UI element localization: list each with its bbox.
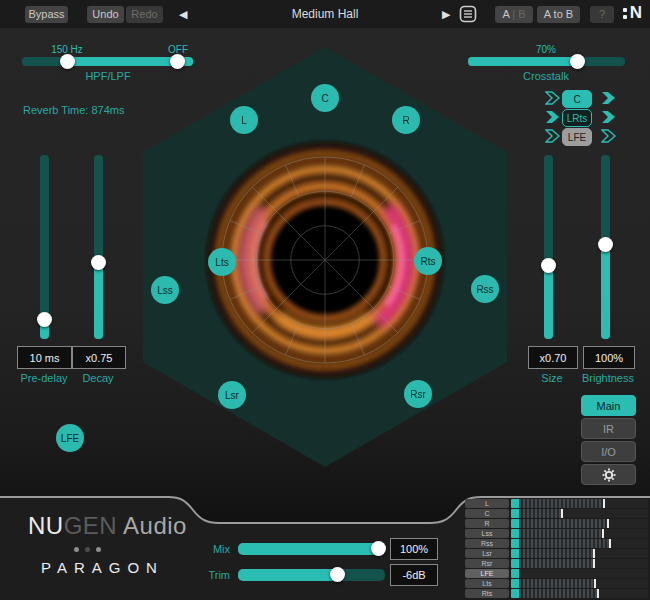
meter-input-block (511, 579, 519, 588)
bypass-button[interactable]: Bypass (25, 6, 68, 23)
help-button[interactable]: ? (590, 6, 614, 23)
node-rss[interactable]: Rss (471, 275, 499, 303)
meter-row: Lts (465, 579, 648, 588)
trim-slider[interactable] (238, 569, 385, 581)
meter-lit (519, 519, 607, 528)
meter-lit (519, 509, 561, 518)
meter-channel-label[interactable]: Lts (465, 579, 509, 588)
meter-row: R (465, 519, 648, 528)
crosstalk-lrts-right-chevron-icon[interactable] (601, 109, 617, 125)
titlebar: Bypass Undo Redo ◀ Medium Hall ▶ A | B A… (0, 0, 650, 28)
redo-button[interactable]: Redo (126, 6, 163, 23)
preset-list-icon[interactable] (459, 5, 477, 23)
ab-a-label: A (502, 8, 509, 20)
paragon-plugin-window: Bypass Undo Redo ◀ Medium Hall ▶ A | B A… (0, 0, 650, 600)
mix-slider[interactable] (238, 543, 385, 555)
nugen-logo-icon: N (623, 4, 642, 22)
meter-peak-tick (593, 549, 595, 558)
tab-io[interactable]: I/O (581, 441, 636, 462)
size-handle[interactable] (541, 258, 556, 273)
size-slider[interactable] (544, 155, 553, 339)
decay-value[interactable]: x0.75 (72, 346, 126, 369)
meter-row: LFE (465, 569, 648, 578)
mix-handle[interactable] (371, 541, 386, 556)
meter-bar (511, 579, 648, 588)
meter-channel-label[interactable]: LFE (465, 569, 509, 578)
brightness-handle[interactable] (598, 237, 613, 252)
meter-channel-label[interactable]: L (465, 499, 509, 508)
crosstalk-c-left-chevron-icon[interactable] (545, 90, 561, 106)
trim-handle[interactable] (330, 567, 345, 582)
crosstalk-c-right-chevron-icon[interactable] (601, 90, 617, 106)
meter-bar (511, 519, 648, 528)
node-lts[interactable]: Lts (208, 248, 236, 276)
decay-slider[interactable] (94, 155, 103, 339)
meter-channel-label[interactable]: Rsr (465, 559, 509, 568)
node-l[interactable]: L (230, 106, 258, 134)
tab-main[interactable]: Main (581, 395, 636, 416)
meter-row: L (465, 499, 648, 508)
node-lss[interactable]: Lss (151, 276, 179, 304)
meter-row: Rss (465, 539, 648, 548)
ab-toggle-button[interactable]: A | B (495, 6, 533, 23)
decay-handle[interactable] (91, 255, 106, 270)
pre-delay-handle[interactable] (37, 312, 52, 327)
crosstalk-slider[interactable] (468, 57, 625, 66)
meter-input-block (511, 529, 519, 538)
meter-lit (519, 559, 593, 568)
undo-button[interactable]: Undo (87, 6, 124, 23)
mix-label: Mix (185, 543, 230, 555)
tab-ir[interactable]: IR (581, 418, 636, 439)
crosstalk-lfe-left-chevron-icon[interactable] (545, 128, 561, 144)
mix-value[interactable]: 100% (390, 538, 438, 560)
crosstalk-lrts-left-chevron-icon[interactable] (545, 109, 561, 125)
gear-icon (602, 468, 616, 482)
node-lfe[interactable]: LFE (56, 424, 84, 452)
size-value[interactable]: x0.70 (528, 346, 578, 369)
a-to-b-button[interactable]: A to B (537, 6, 580, 23)
meter-input-block (511, 569, 519, 578)
hpf-handle[interactable] (60, 54, 75, 69)
pre-delay-value[interactable]: 10 ms (17, 346, 72, 369)
meter-bar (511, 569, 648, 578)
meter-bar (511, 529, 648, 538)
brightness-value[interactable]: 100% (583, 346, 635, 369)
meter-channel-label[interactable]: R (465, 519, 509, 528)
crosstalk-lrts-button[interactable]: LRts (562, 109, 592, 127)
crosstalk-handle[interactable] (570, 54, 585, 69)
meter-peak-tick (609, 539, 611, 548)
meter-input-block (511, 509, 519, 518)
node-lsr[interactable]: Lsr (218, 381, 246, 409)
node-rsr[interactable]: Rsr (404, 380, 432, 408)
crosstalk-lfe-button[interactable]: LFE (562, 128, 592, 146)
meter-input-block (511, 559, 519, 568)
meter-row: Rsr (465, 559, 648, 568)
preset-name[interactable]: Medium Hall (225, 7, 425, 21)
meter-lit (519, 529, 602, 538)
lpf-handle[interactable] (170, 54, 185, 69)
meter-peak-tick (602, 529, 604, 538)
crosstalk-lfe-right-chevron-icon[interactable] (601, 128, 617, 144)
meter-channel-label[interactable]: Rts (465, 589, 509, 598)
meter-bar (511, 509, 648, 518)
hpf-lpf-slider[interactable] (22, 57, 193, 66)
meter-channel-label[interactable]: Lss (465, 529, 509, 538)
settings-button[interactable] (581, 464, 636, 485)
meter-channel-label[interactable]: Lsr (465, 549, 509, 558)
meter-bar (511, 539, 648, 548)
nugen-audio-logo: NUGEN Audio (28, 512, 187, 540)
meter-channel-label[interactable]: Rss (465, 539, 509, 548)
node-r[interactable]: R (392, 106, 420, 134)
next-preset-icon[interactable]: ▶ (442, 7, 450, 21)
logo-dots-icon (74, 547, 101, 552)
crosstalk-c-button[interactable]: C (562, 90, 592, 108)
node-rts[interactable]: Rts (414, 247, 442, 275)
trim-value[interactable]: -6dB (390, 564, 438, 586)
ab-separator: | (512, 8, 515, 20)
meter-input-block (511, 519, 519, 528)
node-c[interactable]: C (311, 84, 339, 112)
meter-channel-label[interactable]: C (465, 509, 509, 518)
prev-preset-icon[interactable]: ◀ (179, 7, 187, 21)
meter-lit (519, 499, 603, 508)
meter-peak-tick (594, 579, 596, 588)
